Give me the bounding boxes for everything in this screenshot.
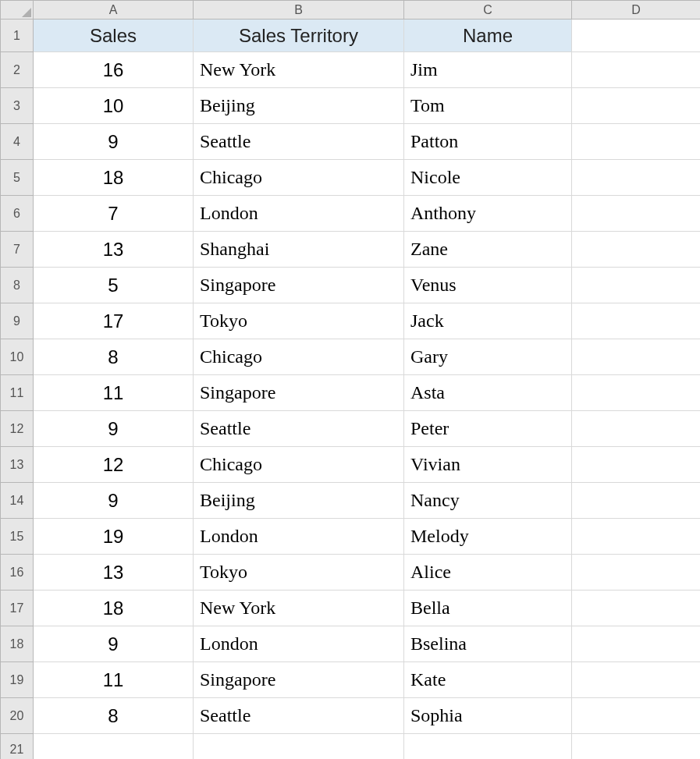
cell-a19[interactable]: 11 bbox=[34, 662, 194, 698]
cell-d12[interactable] bbox=[572, 411, 701, 447]
row-header-4[interactable]: 4 bbox=[1, 124, 34, 160]
cell-b3[interactable]: Beijing bbox=[194, 88, 404, 124]
cell-d10[interactable] bbox=[572, 339, 701, 375]
cell-c11[interactable]: Asta bbox=[404, 375, 572, 411]
cell-b8[interactable]: Singapore bbox=[194, 268, 404, 303]
row-header-20[interactable]: 20 bbox=[1, 698, 34, 734]
cell-c17[interactable]: Bella bbox=[404, 591, 572, 626]
cell-b16[interactable]: Tokyo bbox=[194, 555, 404, 591]
cell-c12[interactable]: Peter bbox=[404, 411, 572, 447]
cell-b20[interactable]: Seattle bbox=[194, 698, 404, 734]
cell-a13[interactable]: 12 bbox=[34, 447, 194, 483]
cell-b13[interactable]: Chicago bbox=[194, 447, 404, 483]
cell-a4[interactable]: 9 bbox=[34, 124, 194, 160]
row-header-2[interactable]: 2 bbox=[1, 52, 34, 88]
cell-a6[interactable]: 7 bbox=[34, 196, 194, 232]
cell-c3[interactable]: Tom bbox=[404, 88, 572, 124]
cell-b6[interactable]: London bbox=[194, 196, 404, 232]
column-header-a[interactable]: A bbox=[34, 1, 194, 20]
cell-a1[interactable]: Sales bbox=[34, 20, 194, 52]
cell-a5[interactable]: 18 bbox=[34, 160, 194, 196]
column-header-d[interactable]: D bbox=[572, 1, 701, 20]
cell-b17[interactable]: New York bbox=[194, 591, 404, 626]
cell-b4[interactable]: Seattle bbox=[194, 124, 404, 160]
cell-c14[interactable]: Nancy bbox=[404, 483, 572, 519]
cell-d15[interactable] bbox=[572, 519, 701, 555]
row-header-16[interactable]: 16 bbox=[1, 555, 34, 591]
cell-b18[interactable]: London bbox=[194, 626, 404, 662]
cell-d17[interactable] bbox=[572, 591, 701, 626]
row-header-13[interactable]: 13 bbox=[1, 447, 34, 483]
cell-b9[interactable]: Tokyo bbox=[194, 303, 404, 339]
cell-c15[interactable]: Melody bbox=[404, 519, 572, 555]
row-header-19[interactable]: 19 bbox=[1, 662, 34, 698]
cell-a16[interactable]: 13 bbox=[34, 555, 194, 591]
row-header-3[interactable]: 3 bbox=[1, 88, 34, 124]
cell-c8[interactable]: Venus bbox=[404, 268, 572, 303]
cell-d18[interactable] bbox=[572, 626, 701, 662]
cell-d1[interactable] bbox=[572, 20, 701, 52]
cell-b2[interactable]: New York bbox=[194, 52, 404, 88]
cell-d3[interactable] bbox=[572, 88, 701, 124]
row-header-10[interactable]: 10 bbox=[1, 339, 34, 375]
cell-c9[interactable]: Jack bbox=[404, 303, 572, 339]
cell-d5[interactable] bbox=[572, 160, 701, 196]
cell-c4[interactable]: Patton bbox=[404, 124, 572, 160]
cell-c21[interactable] bbox=[404, 734, 572, 760]
cell-d11[interactable] bbox=[572, 375, 701, 411]
select-all-corner[interactable] bbox=[1, 1, 34, 20]
cell-d2[interactable] bbox=[572, 52, 701, 88]
cell-d6[interactable] bbox=[572, 196, 701, 232]
cell-d4[interactable] bbox=[572, 124, 701, 160]
cell-a18[interactable]: 9 bbox=[34, 626, 194, 662]
row-header-11[interactable]: 11 bbox=[1, 375, 34, 411]
row-header-6[interactable]: 6 bbox=[1, 196, 34, 232]
row-header-12[interactable]: 12 bbox=[1, 411, 34, 447]
cell-c1[interactable]: Name bbox=[404, 20, 572, 52]
cell-b1[interactable]: Sales Territory bbox=[194, 20, 404, 52]
cell-d20[interactable] bbox=[572, 698, 701, 734]
cell-d13[interactable] bbox=[572, 447, 701, 483]
cell-a17[interactable]: 18 bbox=[34, 591, 194, 626]
cell-d9[interactable] bbox=[572, 303, 701, 339]
cell-b15[interactable]: London bbox=[194, 519, 404, 555]
cell-a2[interactable]: 16 bbox=[34, 52, 194, 88]
row-header-5[interactable]: 5 bbox=[1, 160, 34, 196]
row-header-8[interactable]: 8 bbox=[1, 268, 34, 303]
cell-b11[interactable]: Singapore bbox=[194, 375, 404, 411]
cell-c10[interactable]: Gary bbox=[404, 339, 572, 375]
row-header-1[interactable]: 1 bbox=[1, 20, 34, 52]
cell-d16[interactable] bbox=[572, 555, 701, 591]
spreadsheet-grid[interactable]: A B C D 1 Sales Sales Territory Name 216… bbox=[0, 0, 700, 759]
row-header-9[interactable]: 9 bbox=[1, 303, 34, 339]
cell-d8[interactable] bbox=[572, 268, 701, 303]
cell-a21[interactable] bbox=[34, 734, 194, 760]
cell-c16[interactable]: Alice bbox=[404, 555, 572, 591]
cell-d14[interactable] bbox=[572, 483, 701, 519]
cell-b12[interactable]: Seattle bbox=[194, 411, 404, 447]
cell-c2[interactable]: Jim bbox=[404, 52, 572, 88]
cell-c19[interactable]: Kate bbox=[404, 662, 572, 698]
cell-c6[interactable]: Anthony bbox=[404, 196, 572, 232]
column-header-c[interactable]: C bbox=[404, 1, 572, 20]
cell-b7[interactable]: Shanghai bbox=[194, 232, 404, 268]
row-header-17[interactable]: 17 bbox=[1, 591, 34, 626]
row-header-18[interactable]: 18 bbox=[1, 626, 34, 662]
cell-b21[interactable] bbox=[194, 734, 404, 760]
column-header-b[interactable]: B bbox=[194, 1, 404, 20]
cell-a3[interactable]: 10 bbox=[34, 88, 194, 124]
cell-a15[interactable]: 19 bbox=[34, 519, 194, 555]
cell-a11[interactable]: 11 bbox=[34, 375, 194, 411]
cell-c13[interactable]: Vivian bbox=[404, 447, 572, 483]
row-header-7[interactable]: 7 bbox=[1, 232, 34, 268]
row-header-15[interactable]: 15 bbox=[1, 519, 34, 555]
cell-d7[interactable] bbox=[572, 232, 701, 268]
cell-a7[interactable]: 13 bbox=[34, 232, 194, 268]
cell-a14[interactable]: 9 bbox=[34, 483, 194, 519]
cell-b10[interactable]: Chicago bbox=[194, 339, 404, 375]
row-header-14[interactable]: 14 bbox=[1, 483, 34, 519]
cell-a12[interactable]: 9 bbox=[34, 411, 194, 447]
cell-d19[interactable] bbox=[572, 662, 701, 698]
cell-b5[interactable]: Chicago bbox=[194, 160, 404, 196]
cell-a10[interactable]: 8 bbox=[34, 339, 194, 375]
